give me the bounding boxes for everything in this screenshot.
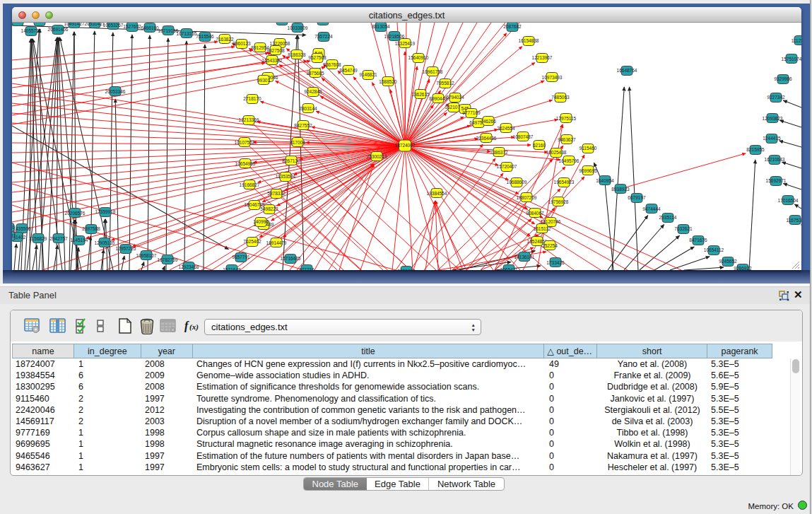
svg-text:20053346: 20053346 [105, 89, 126, 94]
svg-text:1435506: 1435506 [13, 226, 31, 231]
svg-text:14136141: 14136141 [514, 255, 535, 259]
svg-text:9084067: 9084067 [526, 211, 544, 216]
svg-text:2942757: 2942757 [49, 236, 68, 241]
svg-text:1588520: 1588520 [379, 79, 397, 84]
svg-text:12905135: 12905135 [95, 240, 115, 245]
svg-text:9699695: 9699695 [579, 168, 597, 173]
svg-text:7386372: 7386372 [490, 150, 508, 155]
svg-text:10654985: 10654985 [235, 161, 256, 166]
svg-text:16713155: 16713155 [177, 31, 197, 36]
svg-text:12213369: 12213369 [239, 117, 259, 122]
svg-text:10033809: 10033809 [288, 25, 308, 30]
svg-text:16961758: 16961758 [423, 69, 443, 74]
svg-text:417004: 417004 [290, 140, 305, 145]
svg-text:7515546: 7515546 [196, 34, 214, 39]
svg-text:1167534: 1167534 [787, 218, 801, 223]
svg-text:140994: 140994 [253, 219, 269, 224]
svg-text:20691406: 20691406 [48, 27, 69, 32]
svg-text:f: f [184, 320, 189, 332]
svg-text:10491427: 10491427 [64, 23, 85, 26]
svg-text:2087682: 2087682 [503, 24, 522, 29]
svg-text:8938923: 8938923 [611, 187, 630, 192]
svg-text:17016504: 17016504 [778, 198, 799, 203]
svg-text:7632621: 7632621 [674, 226, 693, 231]
svg-text:10719155: 10719155 [158, 28, 179, 33]
svg-text:3875685: 3875685 [306, 71, 324, 76]
svg-text:18807209: 18807209 [517, 195, 537, 200]
svg-text:13226058: 13226058 [270, 41, 290, 46]
svg-text:2397588: 2397588 [82, 226, 100, 231]
svg-text:2718170: 2718170 [243, 96, 261, 101]
svg-text:(x): (x) [189, 322, 199, 332]
svg-text:1571648: 1571648 [223, 267, 241, 270]
svg-text:8427552: 8427552 [294, 123, 312, 128]
svg-text:10688609: 10688609 [507, 180, 527, 185]
svg-text:16914479: 16914479 [266, 240, 287, 245]
svg-text:1156829: 1156829 [30, 236, 47, 241]
svg-text:10807487: 10807487 [513, 134, 534, 139]
svg-text:11325419: 11325419 [395, 41, 416, 46]
svg-text:19166827: 19166827 [240, 182, 260, 187]
svg-text:14055714: 14055714 [21, 28, 42, 33]
svg-text:1244415: 1244415 [763, 136, 781, 141]
svg-text:9242848: 9242848 [304, 89, 322, 94]
svg-text:1065411: 1065411 [500, 267, 518, 270]
svg-text:1362615: 1362615 [411, 92, 430, 97]
svg-text:9474444: 9474444 [642, 206, 661, 211]
svg-text:19756928: 19756928 [548, 199, 569, 204]
svg-text:8001657: 8001657 [314, 23, 332, 23]
svg-text:1640954: 1640954 [596, 178, 614, 183]
svg-text:1290513: 1290513 [12, 23, 27, 23]
svg-text:9827508: 9827508 [266, 48, 285, 53]
svg-text:16231827: 16231827 [272, 23, 293, 23]
svg-text:99301: 99301 [257, 78, 270, 83]
svg-text:18724007: 18724007 [395, 143, 416, 148]
svg-text:15751074: 15751074 [782, 57, 801, 62]
svg-text:977716: 977716 [299, 267, 314, 270]
svg-text:9527508: 9527508 [308, 55, 326, 60]
svg-text:17957225: 17957225 [116, 246, 136, 251]
svg-text:8960123: 8960123 [233, 41, 251, 46]
svg-text:8990448: 8990448 [429, 96, 447, 101]
svg-text:746266: 746266 [481, 119, 496, 124]
svg-text:16648764: 16648764 [617, 68, 637, 73]
svg-text:12093823: 12093823 [763, 116, 783, 121]
svg-text:16120746: 16120746 [541, 219, 561, 224]
svg-text:15692971: 15692971 [766, 178, 787, 183]
svg-text:15640910: 15640910 [408, 55, 429, 60]
svg-text:8215955: 8215955 [746, 147, 765, 152]
svg-text:16782759: 16782759 [158, 257, 178, 262]
svg-text:10025438: 10025438 [546, 150, 567, 155]
svg-text:2935114: 2935114 [659, 215, 677, 220]
svg-text:15716485: 15716485 [281, 256, 301, 261]
svg-text:8267130: 8267130 [282, 158, 300, 163]
svg-text:7163822: 7163822 [216, 37, 234, 42]
svg-text:9146821: 9146821 [359, 72, 377, 77]
svg-text:20364436: 20364436 [476, 136, 497, 141]
svg-text:9777169: 9777169 [462, 110, 481, 115]
svg-text:16543382: 16543382 [262, 58, 283, 63]
svg-text:62160: 62160 [533, 143, 546, 148]
svg-text:19654923: 19654923 [554, 180, 575, 185]
svg-text:10107552: 10107552 [235, 140, 255, 145]
svg-text:20531421: 20531421 [85, 23, 105, 26]
svg-text:9463627: 9463627 [558, 137, 576, 142]
svg-text:33981: 33981 [12, 233, 16, 238]
svg-text:7955812: 7955812 [436, 81, 454, 86]
svg-text:8426492: 8426492 [397, 269, 416, 270]
svg-text:1112568: 1112568 [792, 38, 801, 43]
svg-text:8813054: 8813054 [372, 24, 390, 29]
svg-text:5878332: 5878332 [267, 191, 286, 196]
svg-text:1665406: 1665406 [30, 23, 49, 23]
svg-text:19384554: 19384554 [427, 191, 447, 196]
svg-text:1145194: 1145194 [71, 238, 88, 243]
svg-text:11353594: 11353594 [276, 174, 296, 179]
svg-text:9286922: 9286922 [734, 266, 752, 270]
svg-text:1733426: 1733426 [546, 260, 565, 265]
svg-text:9115460: 9115460 [579, 146, 597, 151]
svg-text:9657791: 9657791 [232, 255, 250, 259]
svg-text:8454749: 8454749 [339, 68, 358, 73]
svg-text:1527602: 1527602 [123, 24, 141, 29]
svg-text:8186328: 8186328 [288, 52, 306, 57]
svg-text:7625402: 7625402 [243, 239, 261, 244]
